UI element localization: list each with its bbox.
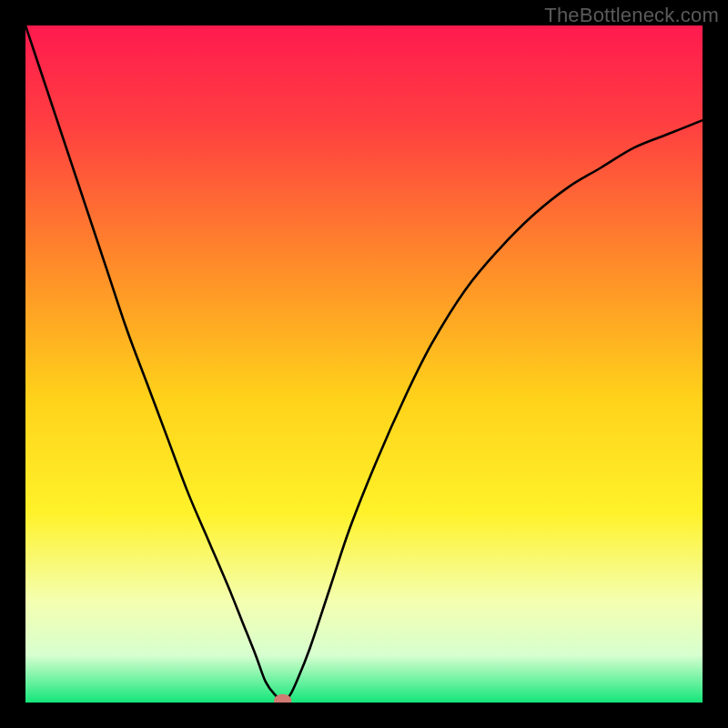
chart-background bbox=[25, 25, 703, 703]
bottleneck-chart bbox=[25, 25, 703, 703]
watermark-text: TheBottleneck.com bbox=[544, 4, 719, 27]
chart-frame bbox=[25, 25, 703, 703]
